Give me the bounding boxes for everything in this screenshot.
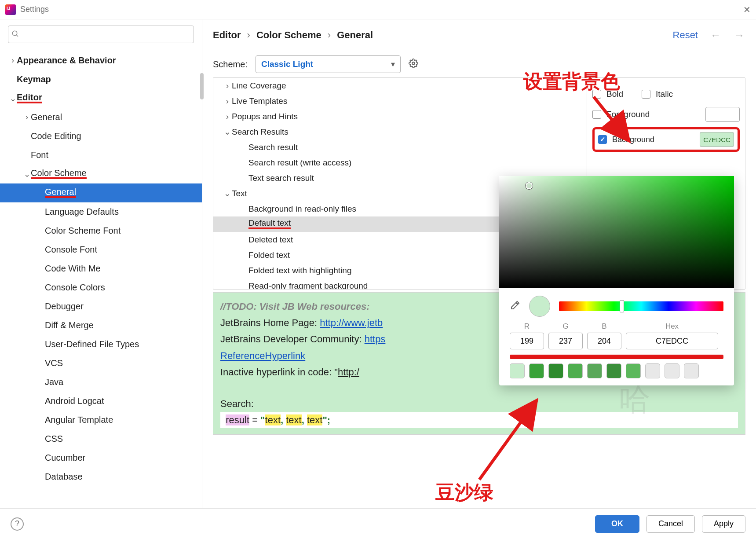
tree-item-line-coverage[interactable]: ›Line Coverage [213, 78, 587, 93]
sidebar-item-cucumber[interactable]: Cucumber [0, 448, 202, 467]
color-preview-swatch [529, 296, 550, 317]
tree-item-live-templates[interactable]: ›Live Templates [213, 93, 587, 109]
app-logo-icon [5, 4, 16, 15]
sidebar-item-java[interactable]: Java [0, 373, 202, 392]
preview-link[interactable]: http://www.jetb [320, 317, 383, 328]
tree-item-label: Folded text [248, 250, 290, 260]
sidebar-item-label: VCS [45, 358, 63, 368]
tree-item-label: Search Results [232, 127, 289, 137]
sidebar-item-label: Code With Me [45, 264, 101, 274]
reset-link[interactable]: Reset [673, 29, 698, 41]
sidebar-item-general[interactable]: ›General [0, 108, 202, 127]
color-preset[interactable] [568, 363, 583, 378]
cancel-button[interactable]: Cancel [646, 515, 695, 533]
sidebar-item-label: Debugger [45, 301, 84, 312]
window-title: Settings [20, 5, 49, 14]
color-preset[interactable] [684, 363, 699, 378]
r-input[interactable] [510, 333, 544, 349]
bold-checkbox[interactable] [592, 90, 601, 99]
saturation-cursor-icon[interactable] [526, 182, 533, 189]
chevron-icon: ⌄ [223, 127, 232, 137]
background-row-highlight: Background C7EDCC [592, 127, 740, 152]
sidebar-item-vcs[interactable]: VCS [0, 354, 202, 373]
background-checkbox[interactable] [598, 135, 607, 144]
color-presets [499, 363, 734, 378]
sidebar-item-language-defaults[interactable]: Language Defaults [0, 202, 202, 221]
sidebar-item-android-logcat[interactable]: Android Logcat [0, 392, 202, 411]
gear-icon[interactable] [409, 59, 418, 70]
b-input[interactable] [587, 333, 621, 349]
scheme-select[interactable]: Classic Light ▾ [256, 55, 401, 73]
background-swatch[interactable]: C7EDCC [700, 132, 734, 147]
sidebar-item-color-scheme-font[interactable]: Color Scheme Font [0, 221, 202, 240]
sidebar-item-general[interactable]: General [0, 183, 202, 202]
hue-slider[interactable] [559, 301, 723, 311]
saturation-area[interactable] [499, 176, 734, 288]
sidebar-item-css[interactable]: CSS [0, 429, 202, 448]
preview-link[interactable]: https [365, 334, 386, 345]
ok-button[interactable]: OK [595, 515, 639, 533]
preview-link[interactable]: ReferenceHyperlink [220, 350, 305, 361]
r-label: R [524, 322, 530, 331]
color-preset[interactable] [587, 363, 602, 378]
tree-item-search-results[interactable]: ⌄Search Results [213, 124, 587, 139]
color-preset[interactable] [626, 363, 641, 378]
sidebar-item-code-with-me[interactable]: Code With Me [0, 259, 202, 278]
italic-label: Italic [656, 89, 673, 99]
sidebar-item-user-defined-file-types[interactable]: User-Defined File Types [0, 335, 202, 354]
sidebar-item-keymap[interactable]: Keymap [0, 70, 202, 89]
preview-line: //TODO: Visit JB Web resources: [220, 301, 369, 312]
color-preset[interactable] [665, 363, 679, 378]
color-preset[interactable] [548, 363, 563, 378]
tree-item-popups-and-hints[interactable]: ›Popups and Hints [213, 109, 587, 124]
g-label: G [562, 322, 568, 331]
close-icon[interactable]: ✕ [743, 4, 751, 15]
italic-checkbox[interactable] [642, 90, 650, 99]
sidebar-item-diff-merge[interactable]: Diff & Merge [0, 316, 202, 335]
nav-forward-icon[interactable]: → [733, 29, 745, 41]
sidebar-item-database[interactable]: Database [0, 467, 202, 486]
help-icon[interactable]: ? [11, 517, 24, 531]
search-input[interactable] [8, 26, 194, 43]
tree-item-label: Read-only fragment background [248, 281, 368, 290]
g-input[interactable] [548, 333, 583, 349]
sidebar-item-code-editing[interactable]: Code Editing [0, 127, 202, 146]
preview-line: JetBrains Developer Community: https [220, 334, 385, 345]
eyedropper-icon[interactable] [510, 300, 520, 313]
hex-input[interactable] [626, 333, 718, 349]
foreground-checkbox[interactable] [592, 110, 601, 119]
foreground-swatch[interactable] [705, 107, 740, 122]
sidebar-item-color-scheme[interactable]: ⌄Color Scheme [0, 165, 202, 183]
sidebar-item-font[interactable]: Font [0, 146, 202, 165]
tree-item-search-result-write-access-[interactable]: Search result (write access) [213, 155, 587, 170]
sidebar-item-label: Color Scheme [31, 169, 87, 179]
color-preset[interactable] [606, 363, 621, 378]
color-preset[interactable] [510, 363, 525, 378]
apply-button[interactable]: Apply [702, 515, 745, 533]
svg-line-1 [16, 35, 18, 37]
sidebar-item-appearance-behavior[interactable]: ›Appearance & Behavior [0, 51, 202, 70]
tree-item-label: Folded text with highlighting [248, 266, 351, 275]
sidebar-item-label: CSS [45, 434, 63, 444]
tree-item-label: Search result [248, 143, 298, 152]
breadcrumb-editor[interactable]: Editor [213, 29, 241, 41]
sidebar-item-angular-template[interactable]: Angular Template [0, 411, 202, 429]
hex-label: Hex [665, 322, 679, 331]
breadcrumb-general: General [337, 29, 373, 41]
bold-label: Bold [606, 89, 623, 99]
sidebar-item-console-colors[interactable]: Console Colors [0, 278, 202, 297]
breadcrumb-color-scheme[interactable]: Color Scheme [256, 29, 321, 41]
tree-item-label: Text [232, 189, 247, 198]
sidebar-item-label: Database [45, 472, 83, 482]
tree-item-search-result[interactable]: Search result [213, 139, 587, 155]
sidebar-item-label: Android Logcat [45, 396, 104, 406]
sidebar-item-editor[interactable]: ⌄Editor [0, 89, 202, 108]
chevron-icon: › [223, 112, 232, 121]
sidebar-item-label: Code Editing [31, 131, 81, 141]
color-preset[interactable] [529, 363, 544, 378]
nav-back-icon[interactable]: ← [709, 29, 722, 41]
sidebar-item-debugger[interactable]: Debugger [0, 297, 202, 316]
sidebar-item-console-font[interactable]: Console Font [0, 240, 202, 259]
hue-thumb[interactable] [620, 300, 624, 312]
color-preset[interactable] [645, 363, 660, 378]
